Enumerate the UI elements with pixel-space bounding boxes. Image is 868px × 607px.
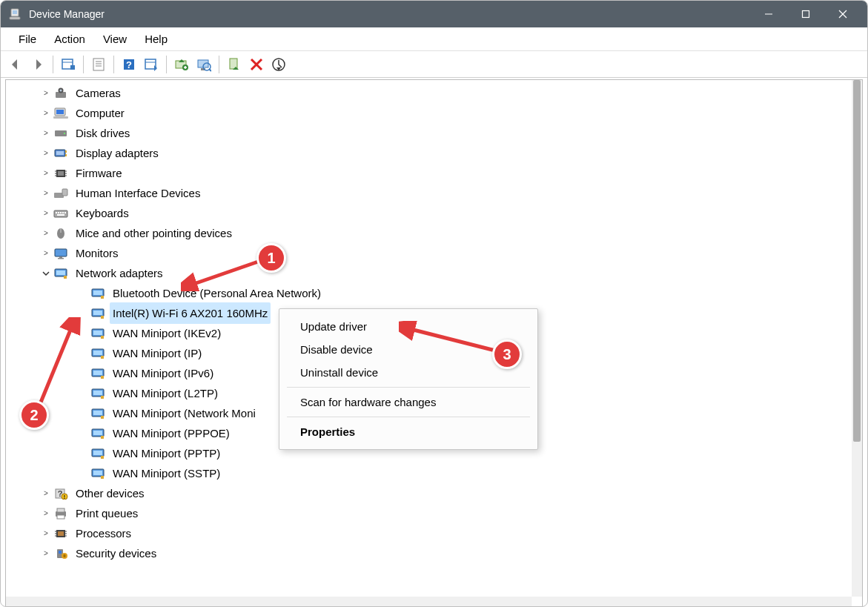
- uninstall-device-button[interactable]: [246, 54, 267, 75]
- firmware-icon: [53, 167, 68, 180]
- tree-item-mice[interactable]: > Mice and other pointing devices: [10, 223, 852, 243]
- minimize-button[interactable]: [750, 1, 787, 27]
- svg-rect-49: [62, 189, 67, 196]
- annotation-arrow-3: [399, 321, 503, 358]
- tree-item-network-adapters[interactable]: Network adapters: [10, 263, 852, 283]
- svg-rect-56: [57, 214, 64, 216]
- svg-rect-81: [93, 391, 102, 395]
- security-icon: [53, 547, 68, 560]
- properties-button[interactable]: [88, 54, 109, 75]
- svg-text:!: !: [64, 494, 65, 500]
- svg-rect-53: [60, 212, 62, 213]
- menu-file[interactable]: File: [10, 30, 45, 48]
- hid-icon: [53, 187, 68, 200]
- forward-button[interactable]: [27, 54, 48, 75]
- tree-item-processors[interactable]: > Processors: [10, 523, 852, 543]
- disable-device-button[interactable]: [268, 54, 289, 75]
- svg-point-30: [60, 89, 62, 91]
- expand-icon[interactable]: >: [40, 127, 52, 139]
- update-driver-button[interactable]: [171, 54, 192, 75]
- tree-item-wan-sstp[interactable]: WAN Miniport (SSTP): [10, 463, 852, 483]
- svg-rect-59: [55, 249, 67, 256]
- tree-item-security-devices[interactable]: > Security devices: [10, 543, 852, 563]
- network-adapter-icon: [53, 267, 68, 280]
- context-properties[interactable]: Properties: [279, 420, 537, 443]
- toolbar: ?: [1, 51, 867, 78]
- tree-item-other-devices[interactable]: > ?! Other devices: [10, 483, 852, 503]
- tree-label: WAN Miniport (PPTP): [110, 442, 223, 464]
- network-adapter-icon: [90, 467, 105, 480]
- other-devices-icon: ?!: [53, 487, 68, 500]
- expand-icon[interactable]: >: [40, 528, 52, 540]
- svg-rect-93: [93, 471, 102, 475]
- svg-rect-111: [59, 551, 62, 554]
- tree-label: WAN Miniport (IPv6): [110, 362, 216, 384]
- tree-item-monitors[interactable]: > Monitors: [10, 243, 852, 263]
- action-sheet-button[interactable]: [141, 54, 162, 75]
- scan-hardware-button[interactable]: [193, 54, 214, 75]
- expand-icon[interactable]: >: [40, 87, 52, 99]
- tree-label: WAN Miniport (L2TP): [110, 382, 221, 404]
- svg-rect-67: [101, 296, 104, 299]
- expand-icon[interactable]: >: [40, 548, 52, 560]
- annotation-callout-3: 3: [492, 339, 522, 369]
- network-adapter-icon: [90, 327, 105, 340]
- tree-label: WAN Miniport (Network Moni: [110, 402, 259, 424]
- tree-item-hid[interactable]: > Human Interface Devices: [10, 183, 852, 203]
- scrollbar-thumb[interactable]: [853, 80, 861, 442]
- tree-item-disk[interactable]: > Disk drives: [10, 123, 852, 143]
- expand-icon[interactable]: >: [40, 167, 52, 179]
- svg-rect-16: [145, 59, 156, 69]
- close-button[interactable]: [824, 1, 861, 27]
- tree-item-computer[interactable]: > Computer: [10, 103, 852, 123]
- expand-icon[interactable]: >: [40, 147, 52, 159]
- svg-line-23: [209, 69, 211, 71]
- expand-icon[interactable]: >: [40, 208, 52, 219]
- help-button[interactable]: ?: [119, 54, 139, 75]
- tree-label: Network adapters: [73, 262, 166, 284]
- svg-rect-85: [101, 416, 104, 419]
- expand-icon[interactable]: >: [40, 488, 52, 500]
- svg-rect-32: [56, 110, 64, 114]
- expand-icon[interactable]: >: [40, 188, 52, 199]
- svg-rect-1: [13, 10, 17, 14]
- svg-line-114: [190, 260, 262, 285]
- tree-item-firmware[interactable]: > Firmware: [10, 163, 852, 183]
- back-button[interactable]: [5, 54, 26, 75]
- disk-icon: [53, 127, 68, 140]
- menu-view[interactable]: View: [94, 30, 136, 48]
- svg-rect-9: [70, 65, 75, 70]
- computer-icon: [53, 107, 68, 120]
- svg-rect-55: [64, 212, 66, 213]
- svg-line-115: [39, 325, 73, 408]
- enable-device-button[interactable]: [224, 54, 245, 75]
- tree-label: Firmware: [73, 162, 125, 184]
- collapse-icon[interactable]: [40, 268, 52, 279]
- menu-help[interactable]: Help: [136, 30, 176, 48]
- context-scan-hardware[interactable]: Scan for hardware changes: [279, 391, 537, 414]
- svg-rect-52: [58, 212, 59, 213]
- svg-rect-33: [53, 116, 68, 119]
- svg-rect-94: [101, 476, 104, 479]
- network-adapter-icon: [90, 427, 105, 440]
- expand-icon[interactable]: >: [40, 228, 52, 239]
- expand-icon[interactable]: >: [40, 508, 52, 520]
- maximize-button[interactable]: [787, 1, 824, 27]
- svg-rect-61: [58, 258, 64, 259]
- tree-label: Processors: [73, 523, 134, 544]
- tree-item-cameras[interactable]: > Cameras: [10, 83, 852, 103]
- horizontal-scrollbar[interactable]: [6, 597, 852, 607]
- vertical-scrollbar[interactable]: [852, 80, 862, 597]
- expand-icon[interactable]: >: [40, 107, 52, 119]
- tree-item-bluetooth-pan[interactable]: Bluetooth Device (Personal Area Network): [10, 283, 852, 303]
- annotation-callout-1: 1: [256, 243, 286, 273]
- menu-action[interactable]: Action: [45, 30, 94, 48]
- show-hidden-button[interactable]: [58, 54, 79, 75]
- camera-icon: [53, 87, 68, 100]
- toolbar-separator: [219, 56, 219, 73]
- tree-item-display[interactable]: > Display adapters: [10, 143, 852, 163]
- expand-icon[interactable]: >: [40, 248, 52, 259]
- tree-item-keyboards[interactable]: > Keyboards: [10, 203, 852, 223]
- tree-label: Keyboards: [73, 202, 132, 224]
- tree-item-print-queues[interactable]: > Print queues: [10, 503, 852, 523]
